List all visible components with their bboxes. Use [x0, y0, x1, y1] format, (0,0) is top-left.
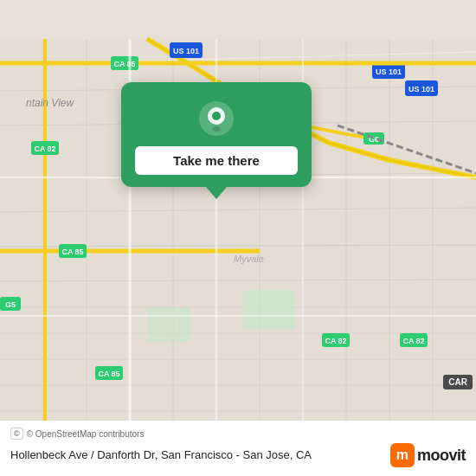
svg-text:CA 82: CA 82 — [34, 145, 55, 153]
location-pin-icon — [197, 100, 235, 138]
svg-text:CA 85: CA 85 — [61, 248, 83, 256]
moovit-brand-name: moovit — [417, 447, 466, 465]
attribution-text: © OpenStreetMap contributors — [27, 429, 145, 439]
svg-text:US 101: US 101 — [173, 47, 199, 55]
svg-text:CA 85: CA 85 — [113, 60, 135, 68]
bottom-bar: © © OpenStreetMap contributors Hollenbec… — [0, 421, 476, 476]
map-container: US 101 US 101 US 101 CA 85 CA 82 G6 G6 C… — [0, 0, 476, 476]
svg-text:US 101: US 101 — [376, 68, 402, 76]
take-me-there-button[interactable]: Take me there — [135, 146, 298, 175]
car-badge: CAR — [443, 375, 473, 389]
popup-card: Take me there — [121, 82, 312, 187]
svg-text:CA 82: CA 82 — [402, 337, 424, 345]
svg-text:G5: G5 — [5, 300, 16, 309]
attribution: © © OpenStreetMap contributors — [10, 428, 466, 440]
svg-text:ntain View: ntain View — [26, 97, 74, 109]
svg-point-62 — [212, 112, 221, 120]
address-text: Hollenbeck Ave / Danforth Dr, San Franci… — [10, 448, 390, 463]
osm-logo: © — [10, 428, 23, 440]
bottom-row: Hollenbeck Ave / Danforth Dr, San Franci… — [10, 443, 466, 467]
svg-text:CA 85: CA 85 — [98, 370, 119, 378]
svg-rect-52 — [242, 290, 294, 329]
svg-rect-53 — [147, 307, 190, 342]
moovit-logo: m moovit — [390, 443, 466, 467]
moovit-m-icon: m — [390, 443, 415, 467]
svg-text:CA 82: CA 82 — [325, 337, 346, 345]
map-svg: US 101 US 101 US 101 CA 85 CA 82 G6 G6 C… — [0, 0, 476, 476]
svg-point-63 — [212, 126, 221, 132]
svg-text:US 101: US 101 — [408, 85, 434, 93]
svg-text:Myvale: Myvale — [234, 254, 264, 264]
